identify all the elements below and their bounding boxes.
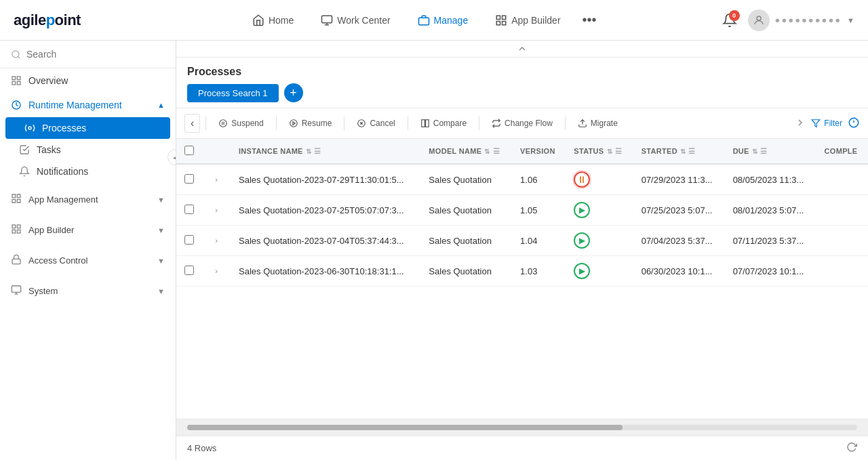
due-col-settings-icon[interactable]: ☰ xyxy=(760,147,767,156)
col-instance-label: INSTANCE NAME xyxy=(239,147,303,155)
sidebar-item-notifications[interactable]: Notifications xyxy=(0,161,176,182)
sidebar-processes-label: Processes xyxy=(42,123,86,133)
sidebar-appbuilder-section: App Builder ▼ xyxy=(0,213,176,243)
filter-button[interactable]: Filter xyxy=(811,119,842,128)
sidebar-system-header[interactable]: System ▼ xyxy=(11,279,165,303)
started-sort-icon[interactable]: ⇅ xyxy=(680,148,686,155)
toolbar-more-button[interactable] xyxy=(795,117,806,130)
row-completed xyxy=(816,226,868,256)
sidebar-appmanagement-header[interactable]: App Management ▼ xyxy=(11,188,165,211)
nav-manage-label: Manage xyxy=(434,15,469,26)
add-tab-button[interactable]: + xyxy=(284,83,303,102)
row-instance-name: Sales Quotation-2023-07-29T11:30:01:5... xyxy=(231,164,420,195)
refresh-button[interactable] xyxy=(846,442,857,455)
scrollbar-thumb[interactable] xyxy=(187,425,623,430)
toolbar-divider-2 xyxy=(276,117,277,130)
process-search-tab[interactable]: Process Search 1 xyxy=(187,84,279,102)
instance-col-settings-icon[interactable]: ☰ xyxy=(314,147,321,156)
select-all-checkbox[interactable] xyxy=(184,146,194,155)
row-expand-button[interactable]: › xyxy=(210,234,222,247)
processes-container: Processes Process Search 1 + ‹ xyxy=(176,58,868,460)
col-version[interactable]: VERSION xyxy=(512,139,566,164)
appbuilder-sidebar-icon xyxy=(11,224,22,236)
sidebar-appbuilder-header[interactable]: App Builder ▼ xyxy=(11,218,165,242)
row-model-name: Sales Quotation xyxy=(420,195,512,226)
status-col-settings-icon[interactable]: ☰ xyxy=(615,147,622,156)
migrate-icon xyxy=(578,119,587,128)
sidebar-system-label: System xyxy=(28,286,58,296)
add-tab-icon: + xyxy=(290,87,297,99)
sidebar: Overview Runtime Management ▲ Processes … xyxy=(0,41,176,460)
nav-manage[interactable]: Manage xyxy=(407,9,479,32)
grid-icon xyxy=(495,14,507,26)
col-completed[interactable]: COMPLE xyxy=(816,139,868,164)
row-checkbox[interactable] xyxy=(184,266,194,275)
accesscontrol-chevron-icon: ▼ xyxy=(157,257,165,265)
suspend-button[interactable]: Suspend xyxy=(212,115,270,131)
col-version-label: VERSION xyxy=(520,147,555,155)
model-col-settings-icon[interactable]: ☰ xyxy=(493,147,500,156)
status-warning-icon: ⏸ xyxy=(574,171,590,188)
sidebar-item-overview[interactable]: Overview xyxy=(0,68,176,93)
main-layout: Overview Runtime Management ▲ Processes … xyxy=(0,41,868,460)
sidebar-item-tasks[interactable]: Tasks xyxy=(0,139,176,161)
migrate-button[interactable]: Migrate xyxy=(571,115,625,131)
table-footer: 4 Rows xyxy=(176,436,868,460)
row-expand-button[interactable]: › xyxy=(210,173,222,186)
system-chevron-icon: ▼ xyxy=(157,287,165,295)
col-started[interactable]: STARTED ⇅ ☰ xyxy=(633,139,725,164)
sidebar-item-runtime[interactable]: Runtime Management ▲ xyxy=(0,93,176,117)
changeflow-button[interactable]: Change Flow xyxy=(485,115,559,131)
user-menu[interactable]: ●●●●●●●●●● ▼ xyxy=(748,9,854,31)
instance-sort-icon[interactable]: ⇅ xyxy=(306,148,311,155)
bell-sidebar-icon xyxy=(19,166,30,177)
compare-button[interactable]: Compare xyxy=(414,115,473,131)
resume-button[interactable]: Resume xyxy=(282,115,339,131)
nav-more-button[interactable]: ••• xyxy=(577,9,602,30)
row-completed xyxy=(816,256,868,287)
svg-point-28 xyxy=(290,120,297,127)
status-sort-icon[interactable]: ⇅ xyxy=(607,148,612,155)
row-status: ▶ xyxy=(566,226,633,256)
col-instance-name[interactable]: INSTANCE NAME ⇅ ☰ xyxy=(231,139,420,164)
table-body: › Sales Quotation-2023-07-29T11:30:01:5.… xyxy=(176,164,868,287)
due-sort-icon[interactable]: ⇅ xyxy=(752,148,757,155)
row-checkbox[interactable] xyxy=(184,205,194,214)
sidebar-collapse-icon: ◀ xyxy=(173,154,176,161)
row-version: 1.03 xyxy=(512,256,566,287)
collapse-topbar[interactable] xyxy=(176,41,868,58)
col-select-all[interactable] xyxy=(176,139,202,164)
system-icon xyxy=(11,285,22,297)
col-model-name[interactable]: MODEL NAME ⇅ ☰ xyxy=(420,139,512,164)
processes-table: INSTANCE NAME ⇅ ☰ MODEL NAME ⇅ ☰ xyxy=(176,139,868,419)
row-checkbox[interactable] xyxy=(184,235,194,245)
sidebar-item-processes[interactable]: Processes xyxy=(5,117,170,139)
horizontal-scrollbar[interactable] xyxy=(176,419,868,436)
back-button[interactable]: ‹ xyxy=(184,114,200,133)
sidebar-system-section: System ▼ xyxy=(0,274,176,304)
col-due[interactable]: DUE ⇅ ☰ xyxy=(725,139,816,164)
processes-title: Processes xyxy=(187,66,857,78)
suspend-label: Suspend xyxy=(231,119,263,128)
row-expand-button[interactable]: › xyxy=(210,204,222,216)
scrollbar-track[interactable] xyxy=(187,425,857,430)
nav-home[interactable]: Home xyxy=(241,9,304,32)
cancel-icon xyxy=(357,119,366,128)
compare-label: Compare xyxy=(433,119,467,128)
col-status[interactable]: STATUS ⇅ ☰ xyxy=(566,139,633,164)
row-expand-button[interactable]: › xyxy=(210,265,222,277)
notification-button[interactable]: 0 xyxy=(722,13,737,28)
sidebar-accesscontrol-label: Access Control xyxy=(28,255,87,266)
nav-appbuilder[interactable]: App Builder xyxy=(484,9,571,32)
nav-workcenter[interactable]: Work Center xyxy=(310,9,401,32)
info-button[interactable] xyxy=(848,117,860,131)
row-checkbox[interactable] xyxy=(184,174,194,184)
resume-label: Resume xyxy=(302,119,332,128)
model-sort-icon[interactable]: ⇅ xyxy=(484,148,490,155)
started-col-settings-icon[interactable]: ☰ xyxy=(688,147,695,156)
search-input[interactable] xyxy=(26,49,165,60)
row-version: 1.05 xyxy=(512,195,566,226)
table-header: INSTANCE NAME ⇅ ☰ MODEL NAME ⇅ ☰ xyxy=(176,139,868,164)
cancel-button[interactable]: Cancel xyxy=(350,115,401,131)
sidebar-accesscontrol-header[interactable]: Access Control ▼ xyxy=(11,249,165,272)
